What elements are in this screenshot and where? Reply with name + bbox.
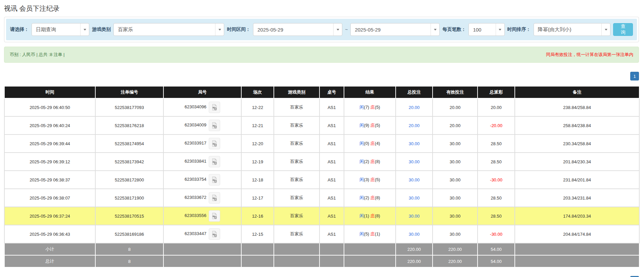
total-bet-link[interactable]: 30.00 [409,141,420,146]
view-video-button[interactable] [209,192,220,204]
date-from-select[interactable]: 2025-05-29 [253,23,342,36]
table-row: 2025-05-29 06:40:50522538177093623034096… [4,98,639,116]
cell-table-no: AS1 [319,207,344,225]
cell-total-bet: 30.00 [396,171,433,189]
query-type-value: 日期查询 [32,23,80,36]
cell-table-no: AS1 [319,153,344,171]
result-banker: 庄 [370,177,375,182]
cell-valid-bet: 30.00 [433,207,478,225]
round-no-value: 623033447 [185,231,206,236]
summary-bar: 币别 : 人民币 | 总共 :8 注单 | 同局有效投注，统一计算在该局第一张注… [4,47,639,63]
col-valid-bet: 有效投注 [433,86,478,98]
round-no-value: 623033556 [185,213,206,218]
view-video-button[interactable] [209,138,220,149]
cell-payout: 28.50 [478,153,515,171]
page-size-select[interactable]: 100 [468,23,504,36]
round-no-value: 623034096 [185,104,206,109]
cell-result: 闲(2) 庄(8) [344,153,396,171]
table-row: 2025-05-29 06:38:07522538171900623033672… [4,189,639,207]
valid-bet-notice-text: 同局有效投注，统一计算在该局第一张注单内 [546,52,633,58]
footer-valid-bet: 220.00 [433,243,478,255]
cell-game: 百家乐 [274,98,319,116]
query-type-label: 请选择： [10,26,29,33]
footer-empty-cell [274,243,319,255]
caret-down-icon [601,23,610,36]
total-bet-link[interactable]: 30.00 [409,159,420,164]
search-button[interactable]: 查询 [613,23,633,36]
cell-table-no: AS1 [319,171,344,189]
result-banker-score: (5) [375,105,380,110]
cell-game: 百家乐 [274,207,319,225]
result-banker-score: (8) [375,159,380,164]
cell-valid-bet: 30.00 [433,134,478,153]
footer-empty-cell [344,255,396,267]
video-file-icon [211,140,218,147]
cell-round-no: 623034096 [163,98,241,116]
sort-value: 降幂(由大到小) [534,23,602,36]
footer-empty-cell [163,255,241,267]
cell-valid-bet: 30.00 [433,153,478,171]
cell-bet-no: 522538170515 [95,207,163,225]
cell-session: 12-16 [241,207,274,225]
date-to-value: 2025-05-29 [351,23,431,36]
cell-time: 2025-05-29 06:38:07 [4,189,95,207]
footer-count: 8 [95,243,163,255]
video-file-icon [211,195,218,201]
cell-remark: 203.34/231.84 [515,189,639,207]
footer-count: 8 [95,255,163,267]
game-category-label: 游戏类别 [92,26,111,33]
result-player-score: (7) [364,105,369,110]
total-bet-link[interactable]: 30.00 [409,232,420,237]
total-bet-link[interactable]: 30.00 [409,214,420,219]
view-video-button[interactable] [209,210,220,222]
query-type-select[interactable]: 日期查询 [32,23,89,36]
video-file-icon [211,231,218,237]
cell-bet-no: 522538171900 [95,189,163,207]
view-video-button[interactable] [209,174,220,185]
round-no-value: 623034009 [185,122,206,127]
result-player: 闲 [359,177,364,182]
result-player-score: (0) [364,141,369,146]
col-result: 结果 [344,86,396,98]
view-video-button[interactable] [209,228,220,240]
cell-session: 12-17 [241,189,274,207]
video-file-icon [211,104,218,111]
bet-records-table: 时间 注单编号 局号 场次 游戏类别 桌号 结果 总投注 有效投注 总派彩 备注… [4,86,640,268]
total-bet-link[interactable]: 20.00 [409,105,420,110]
page-title: 视讯 会员下注纪录 [4,4,639,13]
footer-empty-cell [515,255,639,267]
result-player-score: (2) [364,195,369,200]
cell-round-no: 623033841 [163,153,241,171]
table-footer: 小计 8 220.00 220.00 54.00 总计 8 2 [4,243,639,267]
result-player: 闲 [359,123,364,128]
result-banker-score: (1) [375,231,380,236]
view-video-button[interactable] [209,156,220,167]
result-banker: 庄 [370,141,375,146]
caret-down-icon [431,23,439,36]
view-video-button[interactable] [209,102,220,113]
total-bet-link[interactable]: 30.00 [409,196,420,201]
result-player: 闲 [359,231,364,236]
col-time: 时间 [4,86,95,98]
sort-select[interactable]: 降幂(由大到小) [534,23,611,36]
cell-total-bet: 30.00 [396,225,433,243]
result-banker: 庄 [370,195,375,200]
pagination-page-1[interactable]: 1 [630,72,639,80]
footer-total-bet: 220.00 [396,243,433,255]
cell-session: 12-18 [241,171,274,189]
cell-round-no: 623033754 [163,171,241,189]
cell-payout: -20.00 [478,116,515,134]
cell-result: 闲(1) 庄(8) [344,207,396,225]
total-bet-link[interactable]: 30.00 [409,177,420,182]
result-banker: 庄 [370,105,375,110]
view-video-button[interactable] [209,120,220,131]
round-no-value: 623033754 [185,177,206,182]
cell-remark: 258.84/238.84 [515,116,639,134]
total-bet-link[interactable]: 20.00 [409,123,420,128]
cell-time: 2025-05-29 06:40:24 [4,116,95,134]
caret-down-icon [80,23,89,36]
cell-session: 12-22 [241,98,274,116]
cell-bet-no: 522538176218 [95,116,163,134]
game-category-select[interactable]: 百家乐 [113,23,224,36]
date-to-select[interactable]: 2025-05-29 [350,23,440,36]
